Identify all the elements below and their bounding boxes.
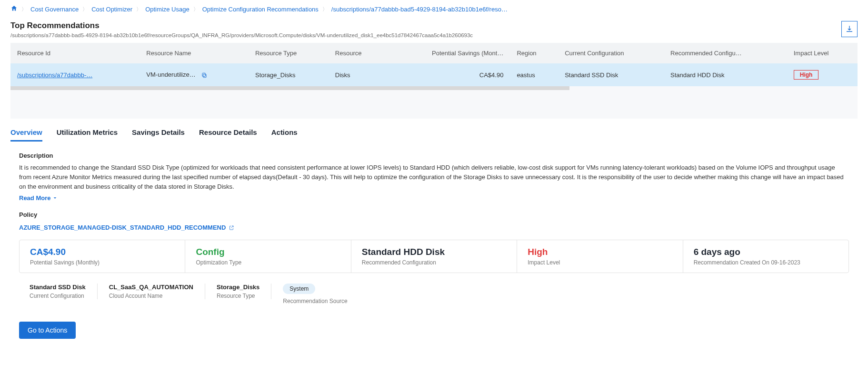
stat-recommended-config: Standard HDD Disk Recommended Configurat…: [351, 240, 517, 273]
meta-cloud-account: CL_SaaS_QA_AUTOMATION Cloud Account Name: [98, 284, 205, 299]
chevron-right-icon: 〉: [136, 6, 141, 13]
detail-tabs: Overview Utilization Metrics Savings Det…: [0, 119, 868, 142]
policy-label: Policy: [19, 211, 849, 218]
resource-name-value: VM-underutilize…: [146, 71, 195, 78]
source-pill: System: [283, 284, 315, 294]
breadcrumb-cost-optimizer[interactable]: Cost Optimizer: [91, 6, 132, 13]
svg-rect-1: [202, 73, 205, 76]
chevron-right-icon: 〉: [21, 6, 27, 13]
horizontal-scrollbar[interactable]: [10, 86, 569, 90]
description-label: Description: [19, 152, 849, 159]
go-to-actions-button[interactable]: Go to Actions: [19, 322, 76, 339]
page-title: Top Recommendations: [10, 21, 473, 30]
potential-savings-value: CA$4.90: [387, 63, 510, 86]
chevron-right-icon: 〉: [322, 6, 328, 13]
impact-level-badge: High: [794, 70, 819, 80]
col-impact-level[interactable]: Impact Level: [787, 43, 858, 63]
meta-row: Standard SSD Disk Current Configuration …: [19, 284, 849, 304]
chevron-right-icon: 〉: [82, 6, 88, 13]
description-text: It is recommended to change the Standard…: [19, 163, 849, 192]
stat-created-on: 6 days ago Recommendation Created On 09-…: [683, 240, 848, 273]
tab-overview[interactable]: Overview: [10, 128, 42, 142]
stat-cards: CA$4.90 Potential Savings (Monthly) Conf…: [19, 240, 849, 273]
tab-resource-details[interactable]: Resource Details: [199, 128, 257, 142]
meta-recommendation-source: System Recommendation Source: [271, 284, 359, 304]
page-subtitle: /subscriptions/a77dabbb-bad5-4929-8194-a…: [10, 32, 473, 38]
col-resource-id[interactable]: Resource Id: [10, 43, 140, 63]
chevron-down-icon: [52, 195, 58, 201]
stat-potential-savings: CA$4.90 Potential Savings (Monthly): [20, 240, 185, 273]
tab-utilization-metrics[interactable]: Utilization Metrics: [57, 128, 118, 142]
resource-value: Disks: [329, 63, 387, 86]
resource-id-link[interactable]: /subscriptions/a77dabbb-…: [17, 71, 92, 79]
resource-type-value: Storage_Disks: [249, 63, 329, 86]
home-icon[interactable]: [10, 5, 18, 13]
breadcrumb-optimize-config-reco[interactable]: Optimize Configuration Recommendations: [202, 6, 319, 13]
meta-current-config: Standard SSD Disk Current Configuration: [19, 284, 98, 299]
stat-optimization-type: Config Optimization Type: [185, 240, 351, 273]
recommendations-table: Resource Id Resource Name Resource Type …: [10, 43, 858, 86]
breadcrumb-optimize-usage[interactable]: Optimize Usage: [145, 6, 189, 13]
page-header: Top Recommendations /subscriptions/a77da…: [0, 18, 868, 43]
download-button[interactable]: [841, 21, 858, 37]
external-link-icon: [229, 225, 234, 231]
chevron-right-icon: 〉: [193, 6, 199, 13]
recommendations-table-wrap: Resource Id Resource Name Resource Type …: [10, 43, 858, 119]
read-more-toggle[interactable]: Read More: [19, 194, 58, 202]
breadcrumb-current: /subscriptions/a77dabbb-bad5-4929-8194-a…: [331, 6, 508, 13]
col-recommended-config[interactable]: Recommended Configu…: [664, 43, 787, 63]
col-resource-type[interactable]: Resource Type: [249, 43, 329, 63]
meta-resource-type: Storage_Disks Resource Type: [205, 284, 271, 299]
breadcrumb-cost-governance[interactable]: Cost Governance: [30, 6, 79, 13]
current-config-value: Standard SSD Disk: [558, 63, 664, 86]
copy-icon[interactable]: [201, 72, 208, 79]
col-resource-name[interactable]: Resource Name: [140, 43, 249, 63]
tab-actions[interactable]: Actions: [271, 128, 298, 142]
col-resource[interactable]: Resource: [329, 43, 387, 63]
col-current-config[interactable]: Current Configuration: [558, 43, 664, 63]
stat-impact-level: High Impact Level: [517, 240, 683, 273]
overview-panel: Description It is recommended to change …: [0, 142, 868, 353]
tab-savings-details[interactable]: Savings Details: [132, 128, 185, 142]
region-value: eastus: [510, 63, 558, 86]
recommended-config-value: Standard HDD Disk: [664, 63, 787, 86]
col-region[interactable]: Region: [510, 43, 558, 63]
policy-link[interactable]: AZURE_STORAGE_MANAGED-DISK_STANDARD_HDD_…: [19, 224, 234, 231]
col-potential-savings[interactable]: Potential Savings (Mont…: [387, 43, 510, 63]
svg-rect-0: [203, 74, 206, 77]
policy-section: Policy AZURE_STORAGE_MANAGED-DISK_STANDA…: [19, 211, 849, 231]
table-row[interactable]: /subscriptions/a77dabbb-… VM-underutiliz…: [10, 63, 858, 86]
download-icon: [845, 25, 854, 33]
breadcrumb: 〉 Cost Governance 〉 Cost Optimizer 〉 Opt…: [0, 0, 868, 18]
